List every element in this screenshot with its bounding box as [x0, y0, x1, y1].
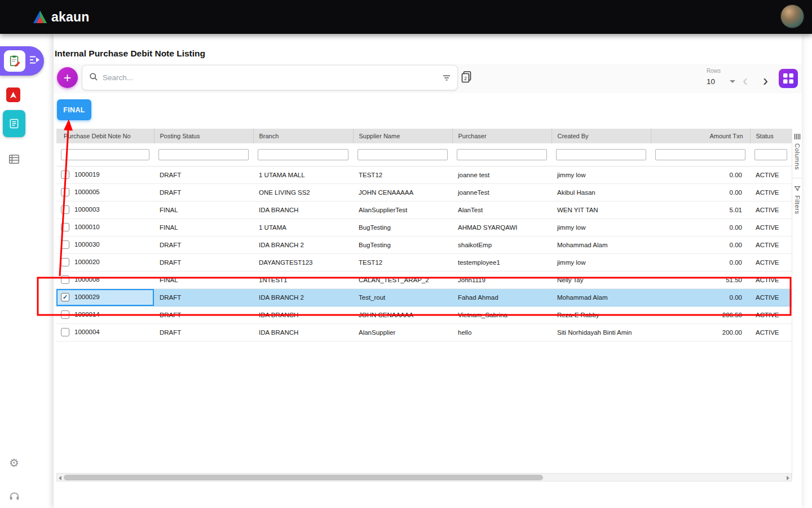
- scroll-right-arrow-icon[interactable]: [787, 476, 789, 480]
- filter-cell: [353, 143, 452, 166]
- cell: IDA BRANCH 2: [253, 288, 353, 306]
- settings-gear-icon[interactable]: ⚙: [7, 456, 21, 470]
- column-header[interactable]: Posting Status: [154, 129, 253, 143]
- cell: AlanTest: [452, 201, 551, 218]
- column-header[interactable]: Status: [750, 129, 792, 143]
- column-filter-input[interactable]: [358, 149, 448, 160]
- filter-icon[interactable]: [442, 73, 452, 85]
- sidebar-item-listing-active[interactable]: [3, 110, 25, 137]
- cell: FINAL: [154, 201, 253, 218]
- row-checkbox[interactable]: [61, 170, 69, 179]
- main-panel: Internal Purchase Debit Note Listing + 2…: [54, 34, 802, 508]
- cell-note-no: 1000004: [56, 323, 154, 341]
- sidebar-item-table-view[interactable]: [7, 152, 21, 166]
- cell: JOHN CENAAAAA: [353, 306, 452, 323]
- table-row[interactable]: 1000008FINAL1NTEST1CALAN_TEST_ARAP_2John…: [56, 271, 792, 288]
- table-row[interactable]: 1000019DRAFT1 UTAMA MALLTEST12joanne tes…: [56, 166, 792, 183]
- chevron-down-icon: [730, 80, 735, 83]
- scrollbar-thumb[interactable]: [64, 475, 543, 480]
- column-header[interactable]: Branch: [253, 129, 353, 143]
- user-avatar[interactable]: [780, 5, 804, 28]
- akaun-triangle-icon: [33, 10, 47, 24]
- column-filter-input[interactable]: [457, 149, 547, 160]
- filter-cell: [651, 143, 750, 166]
- search-icon: [89, 72, 98, 84]
- table-row[interactable]: 1000010FINAL1 UTAMABugTestingAHMAD SYARQ…: [56, 218, 792, 236]
- column-filter-input[interactable]: [556, 149, 646, 160]
- row-checkbox[interactable]: [61, 258, 69, 266]
- cell: ONE LIVING SS2: [253, 183, 353, 201]
- row-checkbox[interactable]: [61, 310, 69, 319]
- next-page-button[interactable]: ›: [763, 73, 768, 89]
- column-filter-input[interactable]: [754, 149, 787, 160]
- cell: Test_rout: [353, 288, 452, 306]
- row-checkbox[interactable]: [61, 223, 69, 231]
- row-checkbox[interactable]: [61, 188, 69, 196]
- table-side-tabs: Columns Filters: [792, 129, 802, 479]
- add-button[interactable]: +: [57, 67, 78, 88]
- search-box[interactable]: [82, 65, 458, 90]
- cell: Vietnam_Sabrina: [452, 306, 551, 323]
- table-row[interactable]: 1000030DRAFTIDA BRANCH 2BugTestingshaiko…: [56, 236, 792, 253]
- column-header[interactable]: Created By: [551, 129, 651, 143]
- table-row[interactable]: 1000005DRAFTONE LIVING SS2JOHN CENAAAAAj…: [56, 183, 792, 201]
- active-module-pill[interactable]: [0, 46, 44, 76]
- cell: Siti Norhidayah Binti Amin: [551, 323, 651, 341]
- table-body: 1000019DRAFT1 UTAMA MALLTEST12joanne tes…: [56, 166, 792, 341]
- final-button[interactable]: FINAL: [57, 99, 91, 120]
- pdf-export-icon[interactable]: [6, 87, 20, 102]
- scroll-left-arrow-icon[interactable]: [59, 476, 61, 480]
- cell-note-no: 1000005: [56, 183, 154, 201]
- table-row[interactable]: 1000004DRAFTIDA BRANCHAlanSupplierhelloS…: [56, 323, 792, 341]
- row-checkbox[interactable]: [61, 328, 69, 336]
- cell: 0.00: [651, 288, 750, 306]
- row-checkbox[interactable]: [61, 275, 69, 284]
- collapse-menu-icon[interactable]: [29, 55, 41, 67]
- horizontal-scrollbar[interactable]: [56, 473, 792, 481]
- table-row[interactable]: 1000020DRAFTDAYANGTEST123TEST12testemplo…: [56, 253, 792, 271]
- filter-cell: [56, 143, 154, 166]
- cell-note-no: 1000010: [56, 218, 154, 236]
- rows-per-page-select[interactable]: Rows 10: [707, 68, 740, 86]
- app-logo[interactable]: akaun: [33, 10, 89, 25]
- column-header[interactable]: Supplier Name: [353, 129, 452, 143]
- columns-icon: [794, 133, 801, 140]
- cell-note-no: 1000008: [56, 271, 154, 288]
- column-filter-input[interactable]: [158, 149, 249, 160]
- column-filter-input[interactable]: [258, 149, 348, 160]
- cell: DAYANGTEST123: [253, 253, 353, 271]
- cell: 0.00: [651, 166, 750, 183]
- cell: IDA BRANCH 2: [253, 236, 353, 253]
- columns-tab-label: Columns: [794, 143, 801, 170]
- column-header[interactable]: Purchase Debit Note No: [56, 129, 154, 143]
- cell: DRAFT: [154, 183, 253, 201]
- row-checkbox[interactable]: [61, 205, 69, 214]
- cell: ACTIVE: [750, 306, 792, 323]
- table-row[interactable]: 1000003FINALIDA BRANCHAlanSupplierTestAl…: [56, 201, 792, 218]
- cell: TEST12: [353, 253, 452, 271]
- cell-note-no: 1000020: [56, 253, 154, 271]
- column-header[interactable]: Purchaser: [452, 129, 551, 143]
- cell: 1 UTAMA MALL: [253, 166, 353, 183]
- cell-note-no: 1000030: [56, 236, 154, 253]
- prev-page-button[interactable]: ‹: [743, 73, 748, 89]
- column-filter-input[interactable]: [61, 149, 149, 160]
- cell: 0.00: [651, 236, 750, 253]
- support-headset-icon[interactable]: [7, 489, 21, 502]
- filters-tab[interactable]: Filters: [792, 178, 802, 214]
- row-checkbox[interactable]: ✓: [61, 293, 69, 301]
- grid-view-button[interactable]: [779, 69, 798, 88]
- table-row[interactable]: ✓1000029DRAFTIDA BRANCH 2Test_routFahad …: [56, 288, 792, 306]
- cell: TEST12: [353, 166, 452, 183]
- clipboard-pencil-icon: [4, 50, 25, 72]
- column-header[interactable]: Amount Txn: [651, 129, 750, 143]
- pages-icon[interactable]: 2: [461, 71, 472, 86]
- column-filter-input[interactable]: [655, 149, 745, 160]
- search-input[interactable]: [103, 73, 451, 82]
- columns-tab[interactable]: Columns: [792, 129, 802, 178]
- row-checkbox[interactable]: [61, 240, 69, 249]
- cell: jimmy low: [551, 253, 651, 271]
- cell: ACTIVE: [750, 271, 792, 288]
- table-row[interactable]: 1000014DRAFTIDA BRANCHJOHN CENAAAAAVietn…: [56, 306, 792, 323]
- funnel-icon: [794, 185, 801, 192]
